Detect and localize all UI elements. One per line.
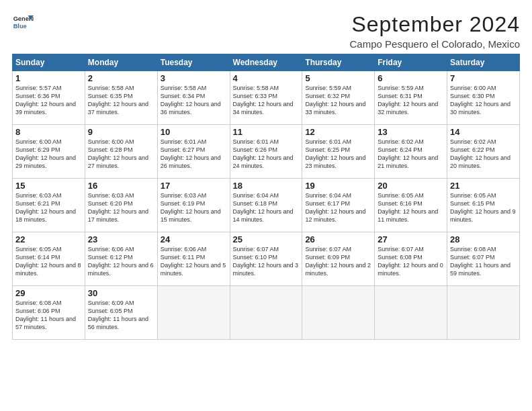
weekday-sunday: Sunday (13, 54, 85, 71)
table-row: 30Sunrise: 6:09 AMSunset: 6:05 PMDayligh… (85, 286, 157, 340)
weekday-wednesday: Wednesday (230, 54, 302, 71)
table-row (447, 286, 520, 340)
table-row: 5Sunrise: 5:59 AMSunset: 6:32 PMDaylight… (302, 71, 375, 125)
table-row: 9Sunrise: 6:00 AMSunset: 6:28 PMDaylight… (85, 125, 157, 179)
table-row: 29Sunrise: 6:08 AMSunset: 6:06 PMDayligh… (13, 286, 85, 340)
logo-icon: General Blue (12, 12, 34, 34)
table-row: 18Sunrise: 6:04 AMSunset: 6:18 PMDayligh… (230, 179, 302, 232)
calendar-row: 29Sunrise: 6:08 AMSunset: 6:06 PMDayligh… (13, 286, 520, 340)
table-row: 2Sunrise: 5:58 AMSunset: 6:35 PMDaylight… (85, 71, 157, 125)
table-row: 25Sunrise: 6:07 AMSunset: 6:10 PMDayligh… (230, 232, 302, 286)
weekday-friday: Friday (375, 54, 447, 71)
table-row: 11Sunrise: 6:01 AMSunset: 6:26 PMDayligh… (230, 125, 302, 179)
table-row: 20Sunrise: 6:05 AMSunset: 6:16 PMDayligh… (375, 179, 447, 232)
table-row: 21Sunrise: 6:05 AMSunset: 6:15 PMDayligh… (447, 179, 520, 232)
title-block: September 2024 Campo Pesquero el Colorad… (350, 12, 520, 50)
table-row: 3Sunrise: 5:58 AMSunset: 6:34 PMDaylight… (157, 71, 230, 125)
table-row: 6Sunrise: 5:59 AMSunset: 6:31 PMDaylight… (375, 71, 447, 125)
page: General Blue September 2024 Campo Pesque… (0, 0, 532, 411)
calendar-row: 8Sunrise: 6:00 AMSunset: 6:29 PMDaylight… (13, 125, 520, 179)
logo: General Blue (12, 12, 36, 34)
table-row: 28Sunrise: 6:08 AMSunset: 6:07 PMDayligh… (447, 232, 520, 286)
table-row: 16Sunrise: 6:03 AMSunset: 6:20 PMDayligh… (85, 179, 157, 232)
svg-text:Blue: Blue (13, 23, 27, 30)
calendar-table: SundayMondayTuesdayWednesdayThursdayFrid… (12, 54, 520, 340)
calendar-row: 1Sunrise: 5:57 AMSunset: 6:36 PMDaylight… (13, 71, 520, 125)
weekday-tuesday: Tuesday (157, 54, 230, 71)
table-row: 19Sunrise: 6:04 AMSunset: 6:17 PMDayligh… (302, 179, 375, 232)
calendar-row: 22Sunrise: 6:05 AMSunset: 6:14 PMDayligh… (13, 232, 520, 286)
table-row (230, 286, 302, 340)
table-row: 8Sunrise: 6:00 AMSunset: 6:29 PMDaylight… (13, 125, 85, 179)
table-row: 12Sunrise: 6:01 AMSunset: 6:25 PMDayligh… (302, 125, 375, 179)
table-row (302, 286, 375, 340)
month-title: September 2024 (350, 12, 520, 37)
table-row: 23Sunrise: 6:06 AMSunset: 6:12 PMDayligh… (85, 232, 157, 286)
table-row: 24Sunrise: 6:06 AMSunset: 6:11 PMDayligh… (157, 232, 230, 286)
table-row: 27Sunrise: 6:07 AMSunset: 6:08 PMDayligh… (375, 232, 447, 286)
table-row: 7Sunrise: 6:00 AMSunset: 6:30 PMDaylight… (447, 71, 520, 125)
table-row: 22Sunrise: 6:05 AMSunset: 6:14 PMDayligh… (13, 232, 85, 286)
table-row: 10Sunrise: 6:01 AMSunset: 6:27 PMDayligh… (157, 125, 230, 179)
table-row: 26Sunrise: 6:07 AMSunset: 6:09 PMDayligh… (302, 232, 375, 286)
table-row: 1Sunrise: 5:57 AMSunset: 6:36 PMDaylight… (13, 71, 85, 125)
table-row: 15Sunrise: 6:03 AMSunset: 6:21 PMDayligh… (13, 179, 85, 232)
weekday-saturday: Saturday (447, 54, 520, 71)
calendar-row: 15Sunrise: 6:03 AMSunset: 6:21 PMDayligh… (13, 179, 520, 232)
table-row: 14Sunrise: 6:02 AMSunset: 6:22 PMDayligh… (447, 125, 520, 179)
weekday-header-row: SundayMondayTuesdayWednesdayThursdayFrid… (13, 54, 520, 71)
header-row: General Blue September 2024 Campo Pesque… (12, 12, 520, 50)
table-row (375, 286, 447, 340)
table-row: 17Sunrise: 6:03 AMSunset: 6:19 PMDayligh… (157, 179, 230, 232)
table-row: 4Sunrise: 5:58 AMSunset: 6:33 PMDaylight… (230, 71, 302, 125)
location-title: Campo Pesquero el Colorado, Mexico (350, 38, 520, 50)
table-row: 13Sunrise: 6:02 AMSunset: 6:24 PMDayligh… (375, 125, 447, 179)
weekday-monday: Monday (85, 54, 157, 71)
table-row (157, 286, 230, 340)
weekday-thursday: Thursday (302, 54, 375, 71)
